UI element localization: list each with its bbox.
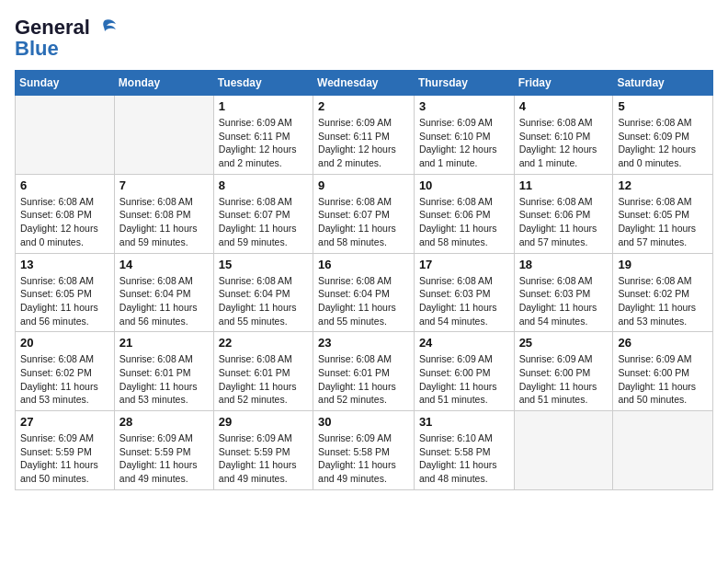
day-info: Sunrise: 6:09 AM Sunset: 5:59 PM Dayligh… bbox=[119, 431, 209, 486]
day-info: Sunrise: 6:09 AM Sunset: 6:00 PM Dayligh… bbox=[519, 352, 609, 407]
day-number: 12 bbox=[618, 178, 708, 192]
day-number: 16 bbox=[318, 258, 409, 271]
day-info: Sunrise: 6:08 AM Sunset: 6:08 PM Dayligh… bbox=[20, 195, 109, 249]
day-info: Sunrise: 6:08 AM Sunset: 6:01 PM Dayligh… bbox=[318, 352, 409, 407]
calendar-cell: 17Sunrise: 6:08 AM Sunset: 6:03 PM Dayli… bbox=[414, 253, 514, 332]
calendar-week-row: 27Sunrise: 6:09 AM Sunset: 5:59 PM Dayli… bbox=[16, 411, 713, 490]
day-number: 7 bbox=[119, 178, 209, 192]
calendar-cell: 18Sunrise: 6:08 AM Sunset: 6:03 PM Dayli… bbox=[514, 253, 613, 332]
calendar-cell bbox=[613, 411, 713, 490]
day-header-thursday: Thursday bbox=[414, 71, 514, 96]
day-info: Sunrise: 6:09 AM Sunset: 6:10 PM Dayligh… bbox=[419, 116, 509, 170]
day-info: Sunrise: 6:10 AM Sunset: 5:58 PM Dayligh… bbox=[419, 431, 509, 486]
calendar-cell bbox=[16, 96, 115, 175]
day-info: Sunrise: 6:09 AM Sunset: 6:00 PM Dayligh… bbox=[618, 352, 708, 407]
calendar: SundayMondayTuesdayWednesdayThursdayFrid… bbox=[15, 70, 713, 490]
calendar-cell: 13Sunrise: 6:08 AM Sunset: 6:05 PM Dayli… bbox=[16, 253, 115, 332]
day-info: Sunrise: 6:09 AM Sunset: 6:11 PM Dayligh… bbox=[219, 116, 308, 170]
calendar-cell: 7Sunrise: 6:08 AM Sunset: 6:08 PM Daylig… bbox=[114, 174, 213, 253]
calendar-cell: 29Sunrise: 6:09 AM Sunset: 5:59 PM Dayli… bbox=[213, 411, 313, 490]
day-number: 25 bbox=[519, 336, 609, 350]
calendar-header-row: SundayMondayTuesdayWednesdayThursdayFrid… bbox=[16, 71, 713, 96]
day-info: Sunrise: 6:08 AM Sunset: 6:06 PM Dayligh… bbox=[519, 195, 609, 249]
day-info: Sunrise: 6:08 AM Sunset: 6:04 PM Dayligh… bbox=[119, 274, 209, 328]
day-header-monday: Monday bbox=[114, 71, 213, 96]
calendar-cell: 31Sunrise: 6:10 AM Sunset: 5:58 PM Dayli… bbox=[414, 411, 514, 490]
logo-bird-icon bbox=[92, 15, 118, 40]
day-info: Sunrise: 6:08 AM Sunset: 6:09 PM Dayligh… bbox=[618, 116, 708, 170]
calendar-cell: 8Sunrise: 6:08 AM Sunset: 6:07 PM Daylig… bbox=[213, 174, 313, 253]
calendar-cell: 25Sunrise: 6:09 AM Sunset: 6:00 PM Dayli… bbox=[514, 332, 613, 411]
day-number: 31 bbox=[419, 415, 509, 429]
day-number: 1 bbox=[219, 99, 308, 113]
day-info: Sunrise: 6:08 AM Sunset: 6:07 PM Dayligh… bbox=[219, 195, 308, 249]
day-number: 6 bbox=[20, 178, 109, 192]
day-number: 15 bbox=[219, 258, 308, 271]
day-header-sunday: Sunday bbox=[16, 71, 115, 96]
calendar-cell: 23Sunrise: 6:08 AM Sunset: 6:01 PM Dayli… bbox=[313, 332, 415, 411]
calendar-cell bbox=[514, 411, 613, 490]
calendar-cell: 3Sunrise: 6:09 AM Sunset: 6:10 PM Daylig… bbox=[414, 96, 514, 175]
calendar-cell: 19Sunrise: 6:08 AM Sunset: 6:02 PM Dayli… bbox=[613, 253, 713, 332]
calendar-cell: 16Sunrise: 6:08 AM Sunset: 6:04 PM Dayli… bbox=[313, 253, 415, 332]
calendar-cell: 26Sunrise: 6:09 AM Sunset: 6:00 PM Dayli… bbox=[613, 332, 713, 411]
day-info: Sunrise: 6:08 AM Sunset: 6:04 PM Dayligh… bbox=[318, 274, 409, 328]
calendar-cell: 30Sunrise: 6:09 AM Sunset: 5:58 PM Dayli… bbox=[313, 411, 415, 490]
calendar-cell: 9Sunrise: 6:08 AM Sunset: 6:07 PM Daylig… bbox=[313, 174, 415, 253]
day-number: 3 bbox=[419, 99, 509, 113]
calendar-cell: 14Sunrise: 6:08 AM Sunset: 6:04 PM Dayli… bbox=[114, 253, 213, 332]
day-info: Sunrise: 6:09 AM Sunset: 5:59 PM Dayligh… bbox=[20, 431, 109, 486]
day-number: 20 bbox=[20, 336, 109, 350]
day-number: 19 bbox=[618, 258, 708, 271]
day-info: Sunrise: 6:08 AM Sunset: 6:07 PM Dayligh… bbox=[318, 195, 409, 249]
day-number: 28 bbox=[119, 415, 209, 429]
day-number: 4 bbox=[519, 99, 609, 113]
day-number: 8 bbox=[219, 178, 308, 192]
day-info: Sunrise: 6:08 AM Sunset: 6:02 PM Dayligh… bbox=[618, 274, 708, 328]
day-header-saturday: Saturday bbox=[613, 71, 713, 96]
calendar-cell: 24Sunrise: 6:09 AM Sunset: 6:00 PM Dayli… bbox=[414, 332, 514, 411]
calendar-cell: 20Sunrise: 6:08 AM Sunset: 6:02 PM Dayli… bbox=[16, 332, 115, 411]
day-header-tuesday: Tuesday bbox=[213, 71, 313, 96]
calendar-cell: 28Sunrise: 6:09 AM Sunset: 5:59 PM Dayli… bbox=[114, 411, 213, 490]
day-number: 21 bbox=[119, 336, 209, 350]
header: General Blue bbox=[15, 15, 713, 61]
day-info: Sunrise: 6:08 AM Sunset: 6:08 PM Dayligh… bbox=[119, 195, 209, 249]
day-number: 26 bbox=[618, 336, 708, 350]
calendar-body: 1Sunrise: 6:09 AM Sunset: 6:11 PM Daylig… bbox=[16, 96, 713, 490]
day-info: Sunrise: 6:08 AM Sunset: 6:03 PM Dayligh… bbox=[519, 274, 609, 328]
day-number: 14 bbox=[119, 258, 209, 271]
day-info: Sunrise: 6:08 AM Sunset: 6:10 PM Dayligh… bbox=[519, 116, 609, 170]
day-number: 11 bbox=[519, 178, 609, 192]
calendar-cell: 21Sunrise: 6:08 AM Sunset: 6:01 PM Dayli… bbox=[114, 332, 213, 411]
calendar-cell: 22Sunrise: 6:08 AM Sunset: 6:01 PM Dayli… bbox=[213, 332, 313, 411]
calendar-cell: 1Sunrise: 6:09 AM Sunset: 6:11 PM Daylig… bbox=[213, 96, 313, 175]
day-header-friday: Friday bbox=[514, 71, 613, 96]
calendar-week-row: 1Sunrise: 6:09 AM Sunset: 6:11 PM Daylig… bbox=[16, 96, 713, 175]
day-info: Sunrise: 6:08 AM Sunset: 6:02 PM Dayligh… bbox=[20, 352, 109, 407]
logo: General Blue bbox=[15, 15, 118, 61]
day-info: Sunrise: 6:09 AM Sunset: 6:00 PM Dayligh… bbox=[419, 352, 509, 407]
day-info: Sunrise: 6:08 AM Sunset: 6:05 PM Dayligh… bbox=[618, 195, 708, 249]
day-info: Sunrise: 6:08 AM Sunset: 6:06 PM Dayligh… bbox=[419, 195, 509, 249]
day-header-wednesday: Wednesday bbox=[313, 71, 415, 96]
day-info: Sunrise: 6:08 AM Sunset: 6:01 PM Dayligh… bbox=[219, 352, 308, 407]
calendar-cell: 5Sunrise: 6:08 AM Sunset: 6:09 PM Daylig… bbox=[613, 96, 713, 175]
calendar-cell: 4Sunrise: 6:08 AM Sunset: 6:10 PM Daylig… bbox=[514, 96, 613, 175]
day-number: 9 bbox=[318, 178, 409, 192]
calendar-cell: 2Sunrise: 6:09 AM Sunset: 6:11 PM Daylig… bbox=[313, 96, 415, 175]
day-number: 24 bbox=[419, 336, 509, 350]
calendar-cell: 27Sunrise: 6:09 AM Sunset: 5:59 PM Dayli… bbox=[16, 411, 115, 490]
day-info: Sunrise: 6:08 AM Sunset: 6:01 PM Dayligh… bbox=[119, 352, 209, 407]
day-info: Sunrise: 6:08 AM Sunset: 6:03 PM Dayligh… bbox=[419, 274, 509, 328]
calendar-cell: 6Sunrise: 6:08 AM Sunset: 6:08 PM Daylig… bbox=[16, 174, 115, 253]
calendar-cell: 15Sunrise: 6:08 AM Sunset: 6:04 PM Dayli… bbox=[213, 253, 313, 332]
calendar-cell: 10Sunrise: 6:08 AM Sunset: 6:06 PM Dayli… bbox=[414, 174, 514, 253]
day-number: 13 bbox=[20, 258, 109, 271]
day-number: 23 bbox=[318, 336, 409, 350]
day-info: Sunrise: 6:09 AM Sunset: 5:58 PM Dayligh… bbox=[318, 431, 409, 486]
calendar-cell bbox=[114, 96, 213, 175]
day-info: Sunrise: 6:09 AM Sunset: 6:11 PM Dayligh… bbox=[318, 116, 409, 170]
calendar-week-row: 20Sunrise: 6:08 AM Sunset: 6:02 PM Dayli… bbox=[16, 332, 713, 411]
day-number: 17 bbox=[419, 258, 509, 271]
